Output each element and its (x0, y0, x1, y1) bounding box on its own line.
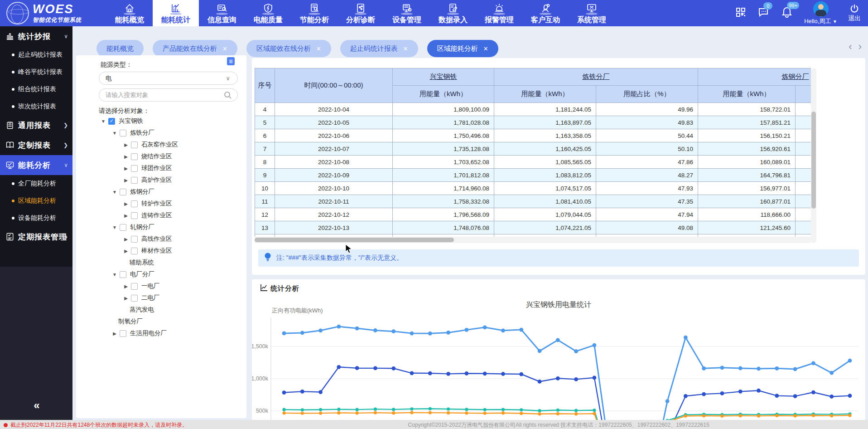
expander-right-icon[interactable]: ▶ (123, 237, 129, 242)
expander-right-icon[interactable]: ▶ (123, 142, 129, 147)
expander-right-icon[interactable]: ▶ (123, 296, 129, 301)
tree-checkbox[interactable] (131, 153, 138, 160)
expander-right-icon[interactable]: ▶ (123, 201, 129, 206)
tree-node-6[interactable]: ▶高炉作业区 (76, 174, 246, 186)
tab-1[interactable]: 能耗概览 (96, 40, 144, 57)
nav-item-8[interactable]: 数据录入 (430, 0, 476, 26)
tab-close-icon[interactable]: ✕ (403, 45, 408, 52)
tab-4[interactable]: 起止码统计报表✕ (340, 40, 418, 57)
tree-node-16[interactable]: ▶二电厂 (76, 292, 246, 304)
tree-node-19[interactable]: ▶生活用电分厂 (76, 327, 246, 339)
expander-right-icon[interactable]: ▶ (123, 284, 129, 289)
tab-close-icon[interactable]: ✕ (316, 45, 321, 52)
search-input[interactable]: 请输入搜索对象 (99, 88, 238, 102)
tree-node-18[interactable]: 制氧分厂 (76, 316, 246, 327)
tree-node-5[interactable]: ▶球团作业区 (76, 162, 246, 174)
tree-checkbox[interactable] (131, 295, 138, 302)
tree-node-15[interactable]: ▶一电厂 (76, 280, 246, 292)
nav-item-1[interactable]: 能耗概览 (106, 0, 153, 26)
tree-checkbox[interactable] (131, 212, 138, 219)
nav-item-9[interactable]: 报警管理 (476, 0, 522, 26)
panel-collapse-icon[interactable]: ≣ (227, 57, 235, 65)
energy-type-select[interactable]: 电 ∨ (99, 72, 238, 85)
sidebar-collapse-button[interactable]: « (0, 399, 72, 412)
tree-checkbox[interactable] (131, 177, 138, 184)
sidebar-section-1[interactable]: 统计抄报∨ (0, 26, 72, 46)
tree-checkbox[interactable] (120, 271, 126, 278)
messages-icon[interactable]: 0 (758, 7, 770, 20)
tab-3[interactable]: 区域能效在线分析✕ (246, 40, 331, 57)
nav-item-10[interactable]: 客户互动 (522, 0, 569, 26)
tree-checkbox[interactable] (120, 189, 126, 195)
expander-right-icon[interactable]: ▶ (123, 249, 129, 253)
nav-item-2[interactable]: 能耗统计 (153, 0, 199, 26)
sidebar-item-11[interactable]: 设备能耗分析 (0, 210, 72, 227)
expander-down-icon[interactable]: ▼ (112, 131, 117, 136)
tree-checkbox[interactable] (131, 200, 138, 207)
tree-checkbox[interactable] (120, 130, 126, 136)
sidebar-item-2[interactable]: 起止码统计报表 (0, 46, 72, 63)
tree-node-2[interactable]: ▼炼铁分厂 (76, 127, 246, 139)
tree-node-17[interactable]: 蒸汽发电 (76, 304, 246, 316)
tree-node-8[interactable]: ▶转炉作业区 (76, 198, 246, 210)
tab-scroll-right-icon[interactable]: › (858, 42, 862, 52)
tab-close-icon[interactable]: ✕ (222, 45, 227, 52)
tree-node-12[interactable]: ▶棒材作业区 (76, 245, 246, 257)
tab-close-icon[interactable]: ✕ (483, 45, 488, 52)
group-header-3[interactable]: 炼钢分厂 (698, 68, 811, 86)
tree-node-3[interactable]: ▶石灰窑作业区 (76, 139, 246, 151)
table-horizontal-scrollbar[interactable] (255, 237, 811, 243)
group-header-1[interactable]: 兴宝钢铁 (393, 68, 494, 86)
search-icon[interactable] (224, 91, 232, 101)
sidebar-item-5[interactable]: 班次统计报表 (0, 98, 72, 115)
tab-scroll-left-icon[interactable]: ‹ (849, 42, 852, 52)
tree-node-10[interactable]: ▼轧钢分厂 (76, 221, 246, 233)
tree-node-14[interactable]: ▼电厂分厂 (76, 268, 246, 280)
tab-5[interactable]: 区域能耗分析✕ (427, 40, 498, 57)
tree-checkbox[interactable] (131, 141, 138, 148)
tree-node-7[interactable]: ▼炼钢分厂 (76, 186, 246, 198)
tree-node-4[interactable]: ▶烧结作业区 (76, 151, 246, 162)
sidebar-section-8[interactable]: 能耗分析∨ (0, 155, 72, 175)
tab-2[interactable]: 产品能效在线分析✕ (153, 40, 237, 57)
expander-right-icon[interactable]: ▶ (123, 154, 129, 159)
expander-down-icon[interactable]: ▼ (112, 225, 117, 230)
tree-checkbox[interactable] (131, 248, 138, 254)
expander-right-icon[interactable]: ▶ (123, 178, 129, 183)
tree-node-1[interactable]: ▼兴宝钢铁 (76, 115, 246, 127)
nav-item-5[interactable]: 节能分析 (291, 0, 338, 26)
sidebar-item-4[interactable]: 组合统计报表 (0, 81, 72, 98)
qrcode-icon[interactable] (735, 7, 746, 20)
nav-item-7[interactable]: 设备管理 (384, 0, 430, 26)
tree-checkbox[interactable] (120, 330, 126, 337)
tree-node-9[interactable]: ▶连铸作业区 (76, 210, 246, 221)
tree-checkbox[interactable] (120, 224, 126, 231)
sidebar-item-10[interactable]: 区域能耗分析 (0, 192, 72, 210)
tree-checkbox[interactable] (131, 165, 138, 172)
logout-button[interactable]: 退出 (848, 4, 861, 23)
tree-checkbox[interactable] (131, 236, 138, 243)
alerts-bell-icon[interactable]: 99+ (781, 6, 792, 20)
tree-checkbox[interactable] (108, 118, 115, 125)
expander-right-icon[interactable]: ▶ (123, 166, 129, 171)
tree-node-13[interactable]: 辅助系统 (76, 257, 246, 268)
expander-down-icon[interactable]: ▼ (101, 119, 106, 124)
expander-down-icon[interactable]: ▼ (112, 272, 117, 277)
group-header-2[interactable]: 炼铁分厂 (494, 68, 698, 86)
nav-item-3[interactable]: 信息查询 (199, 0, 245, 26)
expander-down-icon[interactable]: ▼ (112, 190, 117, 195)
sidebar-section-6[interactable]: 通用报表❯ (0, 115, 72, 135)
expander-right-icon[interactable]: ▶ (112, 331, 117, 336)
sidebar-item-3[interactable]: 峰谷平统计报表 (0, 63, 72, 81)
table-vertical-scrollbar[interactable] (811, 68, 816, 243)
nav-item-6[interactable]: 分析诊断 (338, 0, 384, 26)
tree-checkbox[interactable] (131, 283, 138, 290)
tree-node-11[interactable]: ▶高线作业区 (76, 233, 246, 245)
user-menu[interactable]: Hello,周工 ▼ (804, 1, 837, 25)
sidebar-section-7[interactable]: 定制报表❯ (0, 135, 72, 155)
expander-right-icon[interactable]: ▶ (123, 213, 129, 218)
sidebar-section-12[interactable]: 定期报表管理❯ (0, 227, 72, 247)
nav-item-11[interactable]: 系统管理 (569, 0, 615, 26)
nav-item-4[interactable]: 电能质量 (245, 0, 291, 26)
sidebar-item-9[interactable]: 全厂能耗分析 (0, 175, 72, 192)
